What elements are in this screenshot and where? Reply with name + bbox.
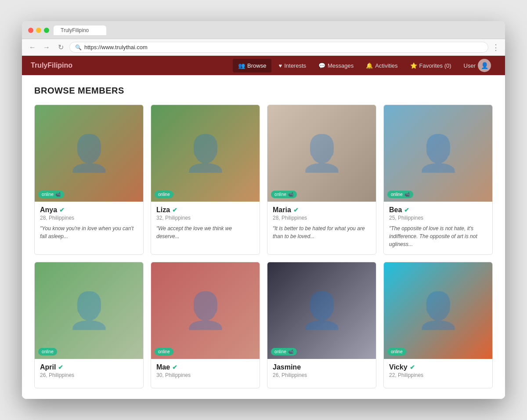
online-badge: online 📹 [271, 348, 297, 355]
user-avatar: 👤 [478, 59, 491, 72]
verified-icon: ✔ [59, 206, 65, 214]
online-badge: online [155, 348, 173, 355]
member-card[interactable]: 👤 online 📹 Bea ✔ 25, Philippines "The op… [383, 105, 493, 255]
nav-item-messages[interactable]: 💬 Messages [313, 59, 359, 72]
online-badge: online [38, 348, 57, 355]
member-name: Vicky ✔ [389, 363, 487, 371]
nav-label-messages: Messages [328, 62, 354, 69]
member-meta: 28, Philippines [40, 215, 138, 221]
browser-tab[interactable]: TrulyFilipino [54, 25, 106, 35]
member-card[interactable]: 👤 online Vicky ✔ 22, Philippines [383, 262, 493, 388]
member-photo: 👤 [384, 105, 492, 202]
member-info: Maria ✔ 28, Philippines "It is better to… [267, 202, 376, 246]
member-meta: 26, Philippines [273, 372, 371, 378]
tab-bar: TrulyFilipino [54, 25, 499, 35]
traffic-lights [28, 28, 49, 33]
member-quote: "It is better to be hated for what you a… [273, 224, 371, 240]
nav-label-activities: Activities [375, 62, 397, 69]
video-icon: 📹 [288, 192, 293, 197]
verified-icon: ✔ [293, 206, 299, 214]
member-meta: 28, Philippines [273, 215, 371, 221]
nav-item-favorites[interactable]: ⭐ Favorites (0) [405, 59, 457, 72]
video-icon: 📹 [288, 349, 293, 354]
nav-item-interests[interactable]: ♥ Interests [273, 59, 311, 72]
nav-label-user: User [464, 62, 476, 69]
member-info: Liza ✔ 32, Philippines "We accept the lo… [151, 202, 260, 246]
nav-item-activities[interactable]: 🔔 Activities [361, 59, 403, 72]
browser-window: TrulyFilipino ← → ↻ 🔍 ⋮ TrulyFilipino 👥 … [22, 21, 505, 399]
member-photo: 👤 [384, 262, 492, 359]
browser-titlebar: TrulyFilipino [22, 21, 505, 39]
main-content: BROWSE MEMBERS 👤 online 📹 Anya ✔ 28, Phi… [22, 75, 505, 399]
online-text: online [274, 192, 286, 197]
member-info: April ✔ 26, Philippines [35, 359, 143, 388]
browser-menu-button[interactable]: ⋮ [492, 43, 500, 52]
search-icon: 🔍 [75, 44, 82, 51]
nav-label-browse: Browse [247, 62, 266, 69]
back-button[interactable]: ← [27, 42, 38, 53]
member-name: Jasmine [273, 363, 371, 371]
member-name: Mae ✔ [156, 363, 254, 371]
online-text: online [274, 349, 286, 354]
verified-icon: ✔ [410, 364, 415, 371]
online-badge: online 📹 [271, 191, 297, 198]
member-name-text: Anya [40, 206, 57, 214]
member-name: Maria ✔ [273, 206, 371, 214]
member-photo: 👤 [267, 262, 376, 359]
member-quote: "We accept the love we think we deserve.… [156, 224, 254, 240]
video-icon: 📹 [404, 192, 410, 197]
forward-button[interactable]: → [41, 42, 52, 53]
member-card[interactable]: 👤 online Liza ✔ 32, Philippines "We acce… [151, 105, 260, 255]
address-bar: 🔍 [69, 42, 488, 53]
chat-icon: 💬 [318, 62, 325, 69]
member-name-text: Vicky [389, 363, 408, 371]
member-name-text: Jasmine [273, 363, 301, 371]
online-text: online [391, 192, 403, 197]
online-text: online [391, 349, 403, 354]
member-info: Bea ✔ 25, Philippines "The opposite of l… [384, 202, 492, 254]
member-card[interactable]: 👤 online 📹 Jasmine 26, Philippines [267, 262, 376, 388]
member-photo: 👤 [151, 105, 260, 202]
person-silhouette: 👤 [151, 105, 260, 202]
members-grid: 👤 online 📹 Anya ✔ 28, Philippines "You k… [34, 105, 493, 388]
member-name-text: Maria [273, 206, 291, 214]
member-card[interactable]: 👤 online Mae ✔ 30, Philippines [151, 262, 260, 388]
member-photo-wrap: 👤 online [151, 262, 260, 359]
member-meta: 22, Philippines [389, 372, 487, 378]
site-logo: TrulyFilipino [31, 62, 72, 69]
person-silhouette: 👤 [267, 262, 376, 359]
online-badge: online [387, 348, 406, 355]
video-icon: 📹 [55, 192, 61, 197]
nav-items: 👥 Browse ♥ Interests 💬 Messages 🔔 Activi… [233, 55, 496, 76]
online-text: online [158, 192, 170, 197]
online-text: online [42, 349, 54, 354]
online-badge: online [155, 191, 173, 198]
member-name-text: Mae [156, 363, 170, 371]
member-photo-wrap: 👤 online 📹 [35, 105, 143, 202]
member-name-text: April [40, 363, 56, 371]
refresh-button[interactable]: ↻ [55, 42, 66, 53]
site-content: TrulyFilipino 👥 Browse ♥ Interests 💬 Mes… [22, 56, 505, 399]
member-card[interactable]: 👤 online 📹 Maria ✔ 28, Philippines "It i… [267, 105, 376, 255]
member-card[interactable]: 👤 online April ✔ 26, Philippines [34, 262, 144, 388]
member-card[interactable]: 👤 online 📹 Anya ✔ 28, Philippines "You k… [34, 105, 144, 255]
member-photo-wrap: 👤 online 📹 [384, 105, 492, 202]
nav-item-user[interactable]: User 👤 [458, 55, 496, 76]
member-photo-wrap: 👤 online 📹 [267, 105, 376, 202]
member-meta: 25, Philippines [389, 215, 487, 221]
member-name: Anya ✔ [40, 206, 138, 214]
person-silhouette: 👤 [151, 262, 260, 359]
person-silhouette: 👤 [35, 262, 143, 359]
maximize-button[interactable] [44, 28, 49, 33]
logo-part2: Filipino [47, 62, 72, 69]
member-photo-wrap: 👤 online 📹 [267, 262, 376, 359]
minimize-button[interactable] [36, 28, 41, 33]
close-button[interactable] [28, 28, 33, 33]
url-input[interactable] [84, 44, 483, 51]
verified-icon: ✔ [172, 206, 177, 214]
nav-item-browse[interactable]: 👥 Browse [233, 59, 271, 72]
browser-toolbar: ← → ↻ 🔍 ⋮ [22, 39, 505, 56]
online-badge: online 📹 [387, 191, 413, 198]
site-nav: TrulyFilipino 👥 Browse ♥ Interests 💬 Mes… [22, 56, 505, 75]
page-title: BROWSE MEMBERS [34, 86, 493, 96]
